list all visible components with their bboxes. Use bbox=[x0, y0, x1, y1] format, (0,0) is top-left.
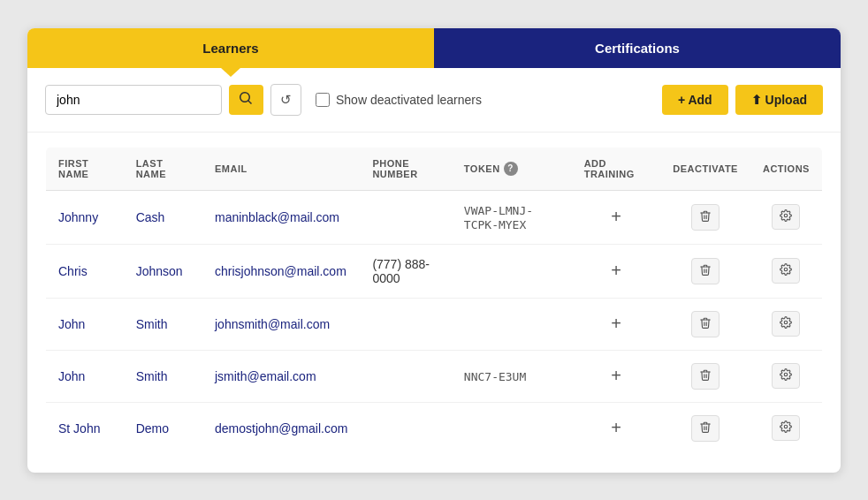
cell-actions-1 bbox=[750, 244, 823, 298]
first-name-link-2[interactable]: John bbox=[58, 317, 85, 331]
cell-first-name-0: Johnny bbox=[46, 190, 124, 244]
toolbar: ↺ Show deactivated learners + Add ⬆ Uplo… bbox=[27, 68, 841, 133]
cell-deactivate-2 bbox=[660, 298, 750, 350]
search-input[interactable] bbox=[45, 85, 222, 115]
cell-last-name-4: Demo bbox=[124, 402, 202, 454]
gear-icon-4 bbox=[780, 420, 792, 433]
reset-button[interactable]: ↺ bbox=[270, 84, 301, 116]
last-name-link-1[interactable]: Johnson bbox=[136, 264, 183, 278]
add-training-button-0[interactable]: + bbox=[605, 205, 627, 229]
col-deactivate: DEACTIVATE bbox=[660, 147, 750, 190]
cell-last-name-1: Johnson bbox=[124, 244, 202, 298]
col-first-name: FIRST NAME bbox=[46, 147, 124, 190]
add-training-button-2[interactable]: + bbox=[605, 312, 627, 336]
show-deactivated-label[interactable]: Show deactivated learners bbox=[316, 93, 482, 107]
deactivate-button-0[interactable] bbox=[691, 204, 720, 231]
token-value-0: VWAP-LMNJ-TCPK-MYEX bbox=[464, 204, 533, 231]
table-header-row: FIRST NAME LAST NAME EMAIL PHONE NUMBER … bbox=[46, 147, 823, 190]
show-deactivated-text: Show deactivated learners bbox=[336, 93, 482, 107]
first-name-link-1[interactable]: Chris bbox=[58, 264, 88, 278]
cell-actions-4 bbox=[750, 402, 823, 454]
app-container: Learners Certifications ↺ Show deactivat… bbox=[27, 28, 841, 473]
search-button[interactable] bbox=[229, 85, 263, 115]
trash-icon-3 bbox=[699, 368, 712, 382]
cell-add-training-1: + bbox=[572, 244, 661, 298]
cell-last-name-0: Cash bbox=[124, 190, 202, 244]
email-link-3[interactable]: jsmith@email.com bbox=[215, 369, 316, 383]
table-row: St John Demo demostjohn@gmail.com + bbox=[46, 402, 823, 454]
reset-icon: ↺ bbox=[280, 92, 292, 107]
cell-email-4: demostjohn@gmail.com bbox=[202, 402, 360, 454]
show-deactivated-checkbox[interactable] bbox=[316, 93, 330, 107]
col-email: EMAIL bbox=[202, 147, 360, 190]
upload-button[interactable]: ⬆ Upload bbox=[735, 85, 823, 115]
svg-point-2 bbox=[785, 321, 788, 324]
last-name-link-2[interactable]: Smith bbox=[136, 317, 168, 331]
cell-add-training-3: + bbox=[572, 350, 661, 402]
cell-first-name-2: John bbox=[46, 298, 124, 350]
cell-email-2: johnsmith@mail.com bbox=[202, 298, 360, 350]
col-phone: PHONE NUMBER bbox=[360, 147, 451, 190]
deactivate-button-3[interactable] bbox=[691, 363, 720, 390]
deactivate-button-2[interactable] bbox=[691, 311, 720, 337]
cell-deactivate-3 bbox=[660, 350, 750, 402]
phone-value-1: (777) 888-0000 bbox=[372, 257, 430, 285]
svg-point-1 bbox=[785, 268, 788, 271]
last-name-link-4[interactable]: Demo bbox=[136, 421, 169, 436]
add-training-button-3[interactable]: + bbox=[605, 364, 627, 388]
add-training-button-1[interactable]: + bbox=[605, 259, 627, 283]
email-link-0[interactable]: maninblack@mail.com bbox=[215, 210, 339, 224]
upload-button-label: ⬆ Upload bbox=[751, 93, 807, 107]
tab-certifications[interactable]: Certifications bbox=[434, 28, 841, 68]
last-name-link-3[interactable]: Smith bbox=[136, 369, 168, 383]
cell-email-3: jsmith@email.com bbox=[202, 350, 360, 402]
token-help-icon[interactable]: ? bbox=[504, 162, 518, 176]
learners-table: FIRST NAME LAST NAME EMAIL PHONE NUMBER … bbox=[45, 147, 823, 455]
trash-icon-4 bbox=[699, 420, 712, 434]
email-link-4[interactable]: demostjohn@gmail.com bbox=[215, 421, 347, 436]
col-add-training: ADD TRAINING bbox=[572, 147, 661, 190]
cell-token-1 bbox=[452, 244, 572, 298]
cell-email-1: chrisjohnson@mail.com bbox=[202, 244, 360, 298]
trash-icon-1 bbox=[699, 263, 712, 277]
tabs-bar: Learners Certifications bbox=[27, 28, 841, 68]
add-button[interactable]: + Add bbox=[662, 85, 728, 115]
cell-phone-0 bbox=[360, 190, 451, 244]
cell-phone-4 bbox=[360, 402, 451, 454]
email-link-2[interactable]: johnsmith@mail.com bbox=[215, 317, 330, 331]
settings-button-2[interactable] bbox=[772, 311, 800, 337]
first-name-link-3[interactable]: John bbox=[58, 369, 85, 383]
cell-add-training-0: + bbox=[572, 190, 661, 244]
settings-button-4[interactable] bbox=[772, 415, 800, 441]
first-name-link-4[interactable]: St John bbox=[58, 421, 100, 436]
tab-certifications-label: Certifications bbox=[595, 41, 680, 56]
trash-icon-2 bbox=[699, 316, 712, 330]
first-name-link-0[interactable]: Johnny bbox=[58, 210, 98, 224]
cell-token-0: VWAP-LMNJ-TCPK-MYEX bbox=[452, 190, 572, 244]
deactivate-button-1[interactable] bbox=[691, 258, 720, 284]
add-training-button-4[interactable]: + bbox=[605, 416, 627, 440]
cell-token-4 bbox=[452, 402, 572, 454]
cell-phone-2 bbox=[360, 298, 451, 350]
cell-actions-3 bbox=[750, 350, 823, 402]
cell-deactivate-0 bbox=[660, 190, 750, 244]
email-link-1[interactable]: chrisjohnson@mail.com bbox=[215, 264, 346, 278]
last-name-link-0[interactable]: Cash bbox=[136, 210, 165, 224]
cell-last-name-3: Smith bbox=[124, 350, 202, 402]
col-token: TOKEN ? bbox=[452, 147, 572, 190]
settings-button-1[interactable] bbox=[772, 258, 800, 284]
settings-button-0[interactable] bbox=[772, 204, 800, 230]
svg-point-3 bbox=[785, 373, 788, 376]
tab-learners-label: Learners bbox=[202, 41, 258, 56]
table-container: FIRST NAME LAST NAME EMAIL PHONE NUMBER … bbox=[27, 133, 841, 473]
cell-deactivate-1 bbox=[660, 244, 750, 298]
trash-icon-0 bbox=[699, 209, 712, 223]
cell-token-2 bbox=[452, 298, 572, 350]
cell-add-training-4: + bbox=[572, 402, 661, 454]
deactivate-button-4[interactable] bbox=[691, 415, 720, 442]
cell-email-0: maninblack@mail.com bbox=[202, 190, 360, 244]
token-value-3: NNC7-E3UM bbox=[464, 370, 526, 383]
settings-button-3[interactable] bbox=[772, 363, 800, 389]
gear-icon-1 bbox=[780, 263, 792, 276]
tab-learners[interactable]: Learners bbox=[27, 28, 434, 68]
